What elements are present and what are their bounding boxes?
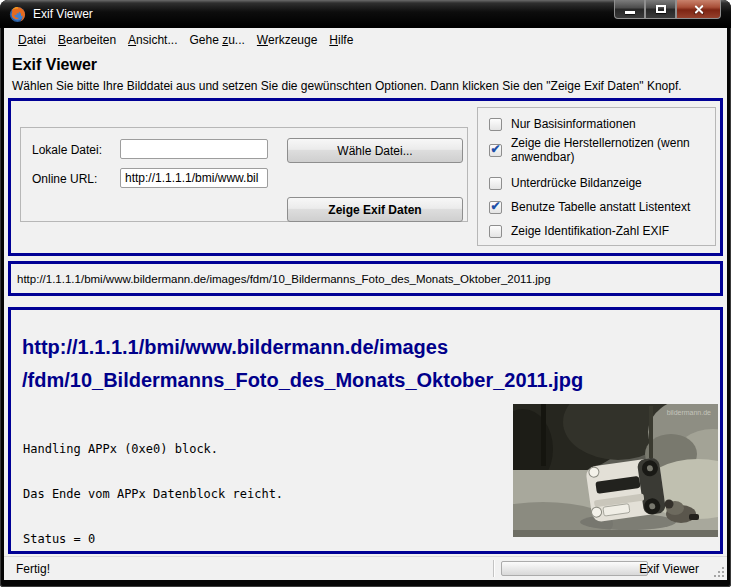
option-show-exif-id[interactable]: Zeige Identifikation-Zahl EXIF <box>489 224 709 238</box>
result-url-heading: http://1.1.1.1/bmi/www.bildermann.de/ima… <box>22 331 720 397</box>
page-description: Wählen Sie bitte Ihre Bilddatei aus und … <box>12 79 727 93</box>
option-use-table[interactable]: Benutze Tabelle anstatt Listentext <box>489 200 709 214</box>
statusbar-app-label: Exif Viewer <box>639 562 699 576</box>
online-url-label: Online URL: <box>32 172 97 186</box>
close-button[interactable] <box>676 0 721 19</box>
url-echo-text: http://1.1.1.1/bmi/www.bildermann.de/ima… <box>17 273 551 285</box>
file-input-groupbox: Lokale Datei: Wähle Datei... Online URL:… <box>20 127 468 222</box>
checkbox-icon[interactable] <box>489 177 502 190</box>
menubar: Datei Bearbeiten Ansicht... Gehe zu... W… <box>4 28 727 51</box>
page-title: Exif Viewer <box>12 56 727 74</box>
menu-bearbeiten[interactable]: Bearbeiten <box>52 30 122 50</box>
show-exif-button[interactable]: Zeige Exif Daten <box>287 197 463 222</box>
checkbox-icon[interactable] <box>489 144 502 157</box>
menu-ansicht[interactable]: Ansicht... <box>122 30 183 50</box>
checkbox-icon[interactable] <box>489 201 502 214</box>
url-echo-bar: http://1.1.1.1/bmi/www.bildermann.de/ima… <box>8 261 723 296</box>
option-basic-info[interactable]: Nur Basisinformationen <box>489 117 709 131</box>
results-section: http://1.1.1.1/bmi/www.bildermann.de/ima… <box>8 307 723 554</box>
statusbar-separator <box>493 560 495 577</box>
local-file-input[interactable] <box>120 139 268 159</box>
option-maker-notes[interactable]: Zeige die Herstellernotizen (wenn anwend… <box>489 136 709 164</box>
maximize-button[interactable] <box>645 0 676 19</box>
minimize-icon <box>625 11 635 14</box>
statusbar: Fertig! Exif Viewer <box>4 556 727 580</box>
local-file-label: Lokale Datei: <box>32 143 102 157</box>
checkbox-icon[interactable] <box>489 118 502 131</box>
window-title: Exif Viewer <box>33 7 93 21</box>
menu-hilfe[interactable]: Hilfe <box>323 30 359 50</box>
options-groupbox: Nur Basisinformationen Zeige die Herstel… <box>477 107 716 246</box>
menu-gehe-zu[interactable]: Gehe zu... <box>183 30 250 50</box>
titlebar[interactable]: Exif Viewer <box>0 0 731 28</box>
firefox-icon <box>9 6 26 23</box>
option-suppress-image[interactable]: Unterdrücke Bildanzeige <box>489 176 709 190</box>
choose-file-button[interactable]: Wähle Datei... <box>287 138 463 163</box>
minimize-button[interactable] <box>614 0 645 19</box>
status-text: Fertig! <box>16 562 50 576</box>
close-icon <box>693 4 704 15</box>
client-area: Datei Bearbeiten Ansicht... Gehe zu... W… <box>4 28 727 580</box>
progress-bar <box>501 561 648 576</box>
menu-werkzeuge[interactable]: Werkzeuge <box>251 30 323 50</box>
maximize-icon <box>656 5 666 13</box>
photo-watermark: bildermann.de <box>667 409 711 416</box>
checkbox-icon[interactable] <box>489 225 502 238</box>
input-section: Lokale Datei: Wähle Datei... Online URL:… <box>8 98 723 256</box>
resize-grip[interactable] <box>712 565 724 577</box>
menu-datei[interactable]: Datei <box>12 30 52 50</box>
photo-thumbnail: bildermann.de <box>513 404 718 537</box>
online-url-input[interactable] <box>120 168 268 188</box>
app-window: Exif Viewer Datei Bearbeiten Ansicht... … <box>0 0 731 587</box>
